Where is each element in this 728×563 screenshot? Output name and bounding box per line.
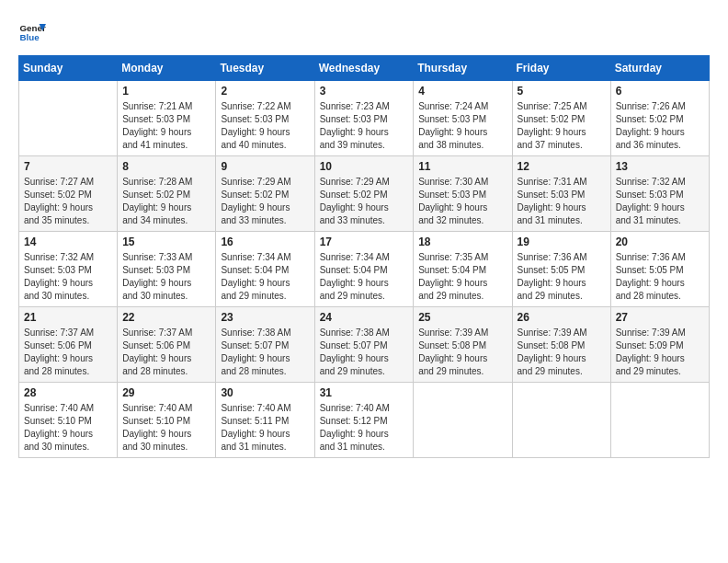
- calendar-cell: 25Sunrise: 7:39 AM Sunset: 5:08 PM Dayli…: [414, 307, 512, 383]
- logo-icon: General Blue: [18, 18, 46, 46]
- calendar-cell: 19Sunrise: 7:36 AM Sunset: 5:05 PM Dayli…: [512, 232, 610, 307]
- day-number: 5: [518, 85, 606, 98]
- day-number: 27: [616, 311, 704, 324]
- day-info: Sunrise: 7:29 AM Sunset: 5:02 PM Dayligh…: [320, 176, 409, 227]
- calendar-cell: 1Sunrise: 7:21 AM Sunset: 5:03 PM Daylig…: [118, 81, 216, 156]
- day-number: 7: [24, 160, 112, 173]
- calendar-week-3: 14Sunrise: 7:32 AM Sunset: 5:03 PM Dayli…: [19, 232, 710, 307]
- day-info: Sunrise: 7:40 AM Sunset: 5:10 PM Dayligh…: [122, 402, 210, 454]
- day-info: Sunrise: 7:27 AM Sunset: 5:02 PM Dayligh…: [24, 176, 112, 227]
- day-number: 31: [320, 386, 409, 399]
- calendar-cell: 28Sunrise: 7:40 AM Sunset: 5:10 PM Dayli…: [19, 383, 118, 458]
- calendar-cell: 31Sunrise: 7:40 AM Sunset: 5:12 PM Dayli…: [314, 383, 414, 458]
- day-number: 22: [122, 311, 210, 324]
- day-info: Sunrise: 7:22 AM Sunset: 5:03 PM Dayligh…: [221, 100, 309, 152]
- calendar-cell: 14Sunrise: 7:32 AM Sunset: 5:03 PM Dayli…: [19, 232, 118, 307]
- column-header-tuesday: Tuesday: [216, 56, 314, 81]
- day-info: Sunrise: 7:23 AM Sunset: 5:03 PM Dayligh…: [320, 100, 409, 152]
- day-info: Sunrise: 7:39 AM Sunset: 5:08 PM Dayligh…: [418, 327, 506, 378]
- calendar-cell: 18Sunrise: 7:35 AM Sunset: 5:04 PM Dayli…: [414, 232, 512, 307]
- day-info: Sunrise: 7:37 AM Sunset: 5:06 PM Dayligh…: [24, 327, 112, 378]
- day-number: 14: [24, 236, 112, 248]
- day-info: Sunrise: 7:40 AM Sunset: 5:11 PM Dayligh…: [221, 402, 309, 454]
- day-number: 28: [24, 386, 112, 399]
- calendar-cell: 13Sunrise: 7:32 AM Sunset: 5:03 PM Dayli…: [610, 156, 709, 232]
- day-info: Sunrise: 7:32 AM Sunset: 5:03 PM Dayligh…: [616, 176, 704, 227]
- day-info: Sunrise: 7:21 AM Sunset: 5:03 PM Dayligh…: [122, 100, 210, 152]
- day-info: Sunrise: 7:24 AM Sunset: 5:03 PM Dayligh…: [418, 100, 506, 152]
- day-number: 6: [616, 85, 704, 98]
- day-number: 15: [122, 236, 210, 248]
- svg-text:Blue: Blue: [20, 32, 40, 42]
- day-number: 18: [418, 236, 506, 248]
- calendar-cell: 15Sunrise: 7:33 AM Sunset: 5:03 PM Dayli…: [118, 232, 216, 307]
- calendar-header: SundayMondayTuesdayWednesdayThursdayFrid…: [19, 56, 710, 81]
- day-info: Sunrise: 7:34 AM Sunset: 5:04 PM Dayligh…: [320, 251, 409, 303]
- column-header-saturday: Saturday: [610, 56, 709, 81]
- calendar-cell: 30Sunrise: 7:40 AM Sunset: 5:11 PM Dayli…: [216, 383, 314, 458]
- calendar-cell: 21Sunrise: 7:37 AM Sunset: 5:06 PM Dayli…: [19, 307, 118, 383]
- day-info: Sunrise: 7:32 AM Sunset: 5:03 PM Dayligh…: [24, 251, 112, 303]
- day-number: 1: [122, 85, 210, 98]
- day-number: 10: [320, 160, 409, 173]
- day-info: Sunrise: 7:25 AM Sunset: 5:02 PM Dayligh…: [518, 100, 606, 152]
- column-header-wednesday: Wednesday: [314, 56, 414, 81]
- calendar-cell: 17Sunrise: 7:34 AM Sunset: 5:04 PM Dayli…: [314, 232, 414, 307]
- day-number: 26: [518, 311, 606, 324]
- calendar-cell: [414, 383, 512, 458]
- calendar-cell: 24Sunrise: 7:38 AM Sunset: 5:07 PM Dayli…: [314, 307, 414, 383]
- calendar-cell: 27Sunrise: 7:39 AM Sunset: 5:09 PM Dayli…: [610, 307, 709, 383]
- calendar-cell: 20Sunrise: 7:36 AM Sunset: 5:05 PM Dayli…: [610, 232, 709, 307]
- day-info: Sunrise: 7:33 AM Sunset: 5:03 PM Dayligh…: [122, 251, 210, 303]
- day-info: Sunrise: 7:37 AM Sunset: 5:06 PM Dayligh…: [122, 327, 210, 378]
- calendar-cell: 11Sunrise: 7:30 AM Sunset: 5:03 PM Dayli…: [414, 156, 512, 232]
- day-info: Sunrise: 7:38 AM Sunset: 5:07 PM Dayligh…: [221, 327, 309, 378]
- day-info: Sunrise: 7:26 AM Sunset: 5:02 PM Dayligh…: [616, 100, 704, 152]
- calendar-cell: 10Sunrise: 7:29 AM Sunset: 5:02 PM Dayli…: [314, 156, 414, 232]
- day-number: 23: [221, 311, 309, 324]
- day-info: Sunrise: 7:39 AM Sunset: 5:09 PM Dayligh…: [616, 327, 704, 378]
- day-number: 24: [320, 311, 409, 324]
- day-info: Sunrise: 7:40 AM Sunset: 5:12 PM Dayligh…: [320, 402, 409, 454]
- calendar-week-5: 28Sunrise: 7:40 AM Sunset: 5:10 PM Dayli…: [19, 383, 710, 458]
- day-info: Sunrise: 7:30 AM Sunset: 5:03 PM Dayligh…: [418, 176, 506, 227]
- logo: General Blue: [18, 18, 46, 46]
- calendar-cell: 12Sunrise: 7:31 AM Sunset: 5:03 PM Dayli…: [512, 156, 610, 232]
- calendar-cell: [19, 81, 118, 156]
- calendar-cell: 3Sunrise: 7:23 AM Sunset: 5:03 PM Daylig…: [314, 81, 414, 156]
- calendar-cell: 29Sunrise: 7:40 AM Sunset: 5:10 PM Dayli…: [118, 383, 216, 458]
- column-header-friday: Friday: [512, 56, 610, 81]
- calendar-cell: 4Sunrise: 7:24 AM Sunset: 5:03 PM Daylig…: [414, 81, 512, 156]
- calendar-week-1: 1Sunrise: 7:21 AM Sunset: 5:03 PM Daylig…: [19, 81, 710, 156]
- day-number: 3: [320, 85, 409, 98]
- day-number: 11: [418, 160, 506, 173]
- header: General Blue: [18, 18, 710, 46]
- calendar-cell: 8Sunrise: 7:28 AM Sunset: 5:02 PM Daylig…: [118, 156, 216, 232]
- day-number: 8: [122, 160, 210, 173]
- day-info: Sunrise: 7:38 AM Sunset: 5:07 PM Dayligh…: [320, 327, 409, 378]
- day-number: 13: [616, 160, 704, 173]
- day-number: 2: [221, 85, 309, 98]
- day-info: Sunrise: 7:39 AM Sunset: 5:08 PM Dayligh…: [518, 327, 606, 378]
- calendar-cell: 26Sunrise: 7:39 AM Sunset: 5:08 PM Dayli…: [512, 307, 610, 383]
- day-number: 20: [616, 236, 704, 248]
- calendar-cell: 7Sunrise: 7:27 AM Sunset: 5:02 PM Daylig…: [19, 156, 118, 232]
- calendar-cell: 23Sunrise: 7:38 AM Sunset: 5:07 PM Dayli…: [216, 307, 314, 383]
- calendar-week-4: 21Sunrise: 7:37 AM Sunset: 5:06 PM Dayli…: [19, 307, 710, 383]
- calendar-cell: 5Sunrise: 7:25 AM Sunset: 5:02 PM Daylig…: [512, 81, 610, 156]
- day-info: Sunrise: 7:35 AM Sunset: 5:04 PM Dayligh…: [418, 251, 506, 303]
- day-number: 21: [24, 311, 112, 324]
- day-info: Sunrise: 7:40 AM Sunset: 5:10 PM Dayligh…: [24, 402, 112, 454]
- column-header-sunday: Sunday: [19, 56, 118, 81]
- day-number: 25: [418, 311, 506, 324]
- calendar-week-2: 7Sunrise: 7:27 AM Sunset: 5:02 PM Daylig…: [19, 156, 710, 232]
- day-info: Sunrise: 7:36 AM Sunset: 5:05 PM Dayligh…: [616, 251, 704, 303]
- day-number: 30: [221, 386, 309, 399]
- day-info: Sunrise: 7:34 AM Sunset: 5:04 PM Dayligh…: [221, 251, 309, 303]
- day-number: 9: [221, 160, 309, 173]
- day-number: 19: [518, 236, 606, 248]
- day-info: Sunrise: 7:28 AM Sunset: 5:02 PM Dayligh…: [122, 176, 210, 227]
- calendar-table: SundayMondayTuesdayWednesdayThursdayFrid…: [18, 55, 710, 458]
- day-number: 29: [122, 386, 210, 399]
- calendar-body: 1Sunrise: 7:21 AM Sunset: 5:03 PM Daylig…: [19, 81, 710, 458]
